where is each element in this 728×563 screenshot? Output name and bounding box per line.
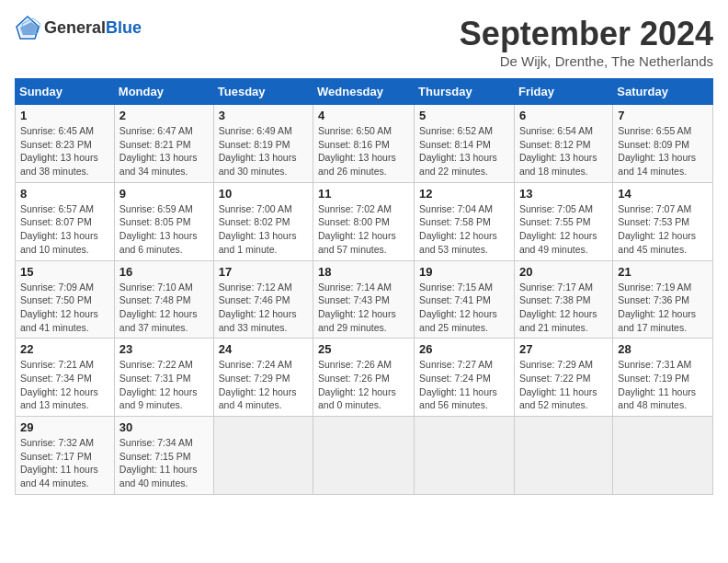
logo-text: GeneralBlue bbox=[44, 18, 142, 38]
table-row: 22Sunrise: 7:21 AM Sunset: 7:34 PM Dayli… bbox=[16, 339, 115, 417]
table-row: 5Sunrise: 6:52 AM Sunset: 8:14 PM Daylig… bbox=[415, 105, 515, 183]
table-row: 1Sunrise: 6:45 AM Sunset: 8:23 PM Daylig… bbox=[16, 105, 115, 183]
table-row: 3Sunrise: 6:49 AM Sunset: 8:19 PM Daylig… bbox=[213, 105, 313, 183]
logo-icon bbox=[15, 15, 40, 40]
table-row: 10Sunrise: 7:00 AM Sunset: 8:02 PM Dayli… bbox=[213, 182, 313, 260]
title-section: September 2024 De Wijk, Drenthe, The Net… bbox=[460, 15, 713, 69]
table-row: 12Sunrise: 7:04 AM Sunset: 7:58 PM Dayli… bbox=[415, 182, 515, 260]
col-wednesday: Wednesday bbox=[313, 79, 415, 105]
col-tuesday: Tuesday bbox=[213, 79, 313, 105]
table-row bbox=[313, 417, 415, 495]
table-row: 8Sunrise: 6:57 AM Sunset: 8:07 PM Daylig… bbox=[16, 182, 115, 260]
table-row: 7Sunrise: 6:55 AM Sunset: 8:09 PM Daylig… bbox=[613, 105, 713, 183]
table-row: 19Sunrise: 7:15 AM Sunset: 7:41 PM Dayli… bbox=[415, 260, 515, 339]
table-row: 15Sunrise: 7:09 AM Sunset: 7:50 PM Dayli… bbox=[16, 260, 115, 339]
table-row: 13Sunrise: 7:05 AM Sunset: 7:55 PM Dayli… bbox=[514, 182, 612, 260]
location-subtitle: De Wijk, Drenthe, The Netherlands bbox=[460, 53, 713, 69]
month-title: September 2024 bbox=[460, 15, 713, 53]
calendar-table: Sunday Monday Tuesday Wednesday Thursday… bbox=[15, 78, 713, 495]
table-row bbox=[613, 417, 713, 495]
col-monday: Monday bbox=[114, 79, 213, 105]
logo: GeneralBlue bbox=[15, 15, 142, 40]
table-row: 20Sunrise: 7:17 AM Sunset: 7:38 PM Dayli… bbox=[514, 260, 612, 339]
table-row bbox=[514, 417, 612, 495]
table-row: 17Sunrise: 7:12 AM Sunset: 7:46 PM Dayli… bbox=[213, 260, 313, 339]
logo-general: General bbox=[44, 18, 106, 37]
table-row: 30Sunrise: 7:34 AM Sunset: 7:15 PM Dayli… bbox=[114, 417, 213, 495]
table-row: 29Sunrise: 7:32 AM Sunset: 7:17 PM Dayli… bbox=[16, 417, 115, 495]
logo-blue: Blue bbox=[106, 18, 142, 37]
table-row: 25Sunrise: 7:26 AM Sunset: 7:26 PM Dayli… bbox=[313, 339, 415, 417]
table-row: 11Sunrise: 7:02 AM Sunset: 8:00 PM Dayli… bbox=[313, 182, 415, 260]
table-row bbox=[415, 417, 515, 495]
table-row: 21Sunrise: 7:19 AM Sunset: 7:36 PM Dayli… bbox=[613, 260, 713, 339]
table-row: 24Sunrise: 7:24 AM Sunset: 7:29 PM Dayli… bbox=[213, 339, 313, 417]
table-row: 9Sunrise: 6:59 AM Sunset: 8:05 PM Daylig… bbox=[114, 182, 213, 260]
col-thursday: Thursday bbox=[415, 79, 515, 105]
col-saturday: Saturday bbox=[613, 79, 713, 105]
table-row: 14Sunrise: 7:07 AM Sunset: 7:53 PM Dayli… bbox=[613, 182, 713, 260]
table-row: 27Sunrise: 7:29 AM Sunset: 7:22 PM Dayli… bbox=[514, 339, 612, 417]
col-sunday: Sunday bbox=[16, 79, 115, 105]
col-friday: Friday bbox=[514, 79, 612, 105]
table-row: 18Sunrise: 7:14 AM Sunset: 7:43 PM Dayli… bbox=[313, 260, 415, 339]
calendar-header-row: Sunday Monday Tuesday Wednesday Thursday… bbox=[16, 79, 713, 105]
table-row: 16Sunrise: 7:10 AM Sunset: 7:48 PM Dayli… bbox=[114, 260, 213, 339]
page-header: GeneralBlue September 2024 De Wijk, Dren… bbox=[15, 15, 713, 69]
table-row: 23Sunrise: 7:22 AM Sunset: 7:31 PM Dayli… bbox=[114, 339, 213, 417]
table-row: 6Sunrise: 6:54 AM Sunset: 8:12 PM Daylig… bbox=[514, 105, 612, 183]
table-row: 28Sunrise: 7:31 AM Sunset: 7:19 PM Dayli… bbox=[613, 339, 713, 417]
table-row: 26Sunrise: 7:27 AM Sunset: 7:24 PM Dayli… bbox=[415, 339, 515, 417]
table-row: 2Sunrise: 6:47 AM Sunset: 8:21 PM Daylig… bbox=[114, 105, 213, 183]
table-row: 4Sunrise: 6:50 AM Sunset: 8:16 PM Daylig… bbox=[313, 105, 415, 183]
table-row bbox=[213, 417, 313, 495]
